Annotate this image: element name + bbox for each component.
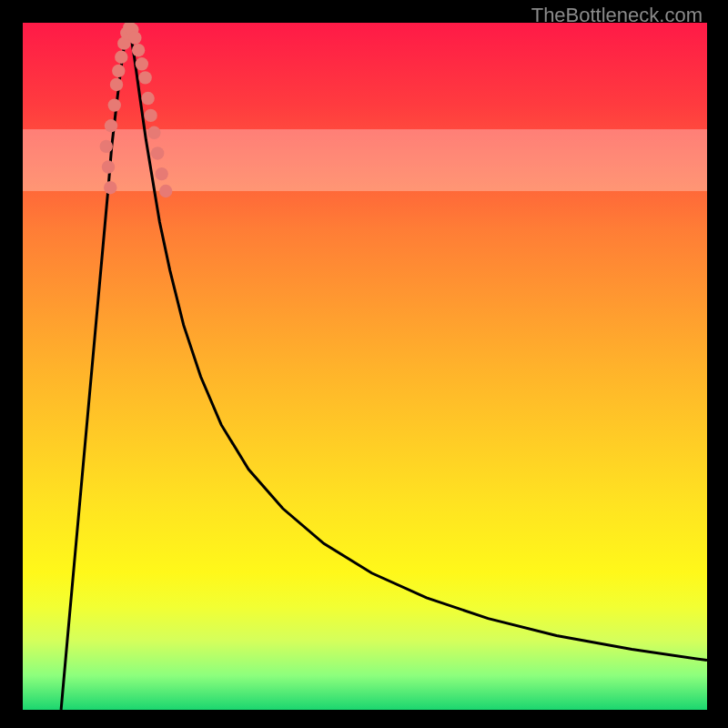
scatter-point	[115, 51, 127, 64]
scatter-point	[100, 140, 113, 153]
scatter-point	[128, 31, 141, 44]
scatter-point	[159, 185, 172, 197]
scatter-point	[112, 65, 125, 77]
scatter-point	[132, 44, 145, 56]
gradient-background	[23, 23, 707, 710]
scatter-point	[104, 181, 116, 194]
scatter-point	[138, 71, 151, 84]
scatter-point	[108, 98, 121, 111]
scatter-point	[147, 126, 160, 139]
scatter-point	[155, 167, 167, 180]
scatter-point	[136, 57, 148, 70]
scatter-point	[141, 92, 154, 105]
watermark-text: TheBottleneck.com	[531, 4, 703, 27]
scatter-point	[110, 78, 123, 91]
scatter-point	[144, 109, 157, 122]
chart-frame	[23, 23, 707, 710]
pale-yellow-band	[23, 129, 707, 191]
scatter-point	[105, 119, 117, 132]
scatter-point	[102, 160, 115, 173]
bottleneck-chart	[23, 23, 707, 710]
scatter-point	[151, 147, 164, 159]
